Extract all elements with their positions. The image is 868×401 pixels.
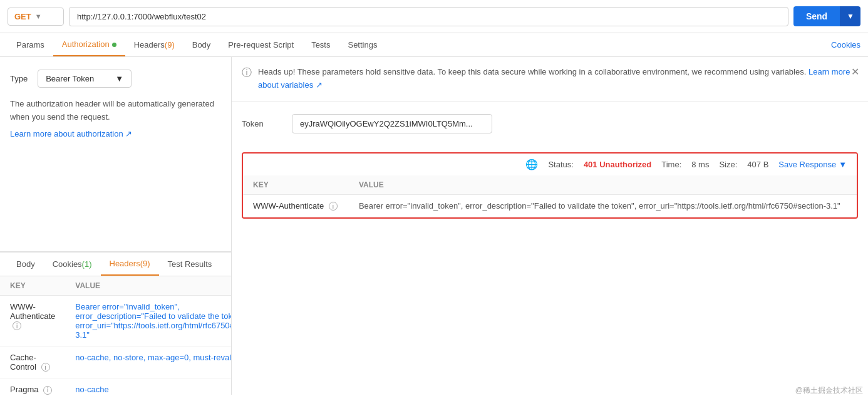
resp-header-value-www: Bearer error="invalid_token", error_desc…	[349, 194, 857, 217]
info-icon-pragma[interactable]: i	[43, 386, 52, 395]
left-panel: Type Bearer Token ▼ The authorization he…	[0, 57, 232, 395]
resp-col-key: KEY	[243, 175, 349, 195]
response-tab-cookies[interactable]: Cookies(1)	[44, 253, 101, 275]
response-highlight-box: 🌐 Status: 401 Unauthorized Time: 8 ms Si…	[242, 152, 858, 219]
response-status-bar: 🌐 Status: 401 Unauthorized Time: 8 ms Si…	[243, 154, 857, 175]
right-panel: ⓘ Heads up! These parameters hold sensit…	[232, 57, 868, 395]
watermark: @稀土掘金技术社区	[795, 385, 863, 396]
token-row: Token	[242, 114, 858, 133]
response-tab-body[interactable]: Body	[8, 253, 44, 275]
type-row: Type Bearer Token ▼	[10, 70, 221, 88]
auth-description: The authorization header will be automat…	[10, 98, 221, 124]
token-label: Token	[242, 119, 279, 128]
info-icon-www[interactable]: i	[13, 321, 21, 330]
send-dropdown-button[interactable]: ▼	[840, 6, 860, 26]
info-banner-icon: ⓘ	[242, 66, 252, 80]
response-tab-headers[interactable]: Headers(9)	[101, 253, 159, 276]
tab-prerequest[interactable]: Pre-request Script	[219, 34, 302, 56]
headers-table: KEY VALUE WWW-Authenticate i Bearer erro…	[0, 276, 232, 395]
response-tabs: Body Cookies(1) Headers(9) Test Results	[0, 252, 231, 276]
type-select-chevron: ▼	[115, 74, 123, 83]
save-response-chevron: ▼	[839, 160, 847, 169]
header-key-cache: Cache-Control i	[0, 346, 65, 378]
send-button[interactable]: Send	[793, 6, 840, 26]
resp-info-icon-www[interactable]: i	[329, 202, 338, 211]
header-value-pragma: no-cache	[65, 378, 232, 395]
resp-col-value: VALUE	[349, 175, 857, 195]
resp-header-key-www: WWW-Authenticate i	[243, 194, 349, 217]
header-value-cache: no-cache, no-store, max-age=0, must-reva…	[65, 346, 232, 378]
tab-body[interactable]: Body	[183, 34, 220, 56]
header-value-www: Bearer error="invalid_token", error_desc…	[65, 295, 232, 346]
col-key: KEY	[0, 276, 65, 296]
response-tab-test-results[interactable]: Test Results	[159, 253, 221, 275]
table-row: WWW-Authenticate i Bearer error="invalid…	[243, 194, 857, 217]
tab-settings[interactable]: Settings	[339, 34, 386, 56]
cookies-link[interactable]: Cookies	[831, 34, 860, 56]
status-value: 401 Unauthorized	[584, 160, 651, 169]
token-input[interactable]	[292, 114, 492, 133]
info-banner: ⓘ Heads up! These parameters hold sensit…	[232, 57, 868, 102]
send-button-group: Send ▼	[793, 6, 860, 26]
type-label: Type	[10, 74, 28, 83]
response-headers-table: KEY VALUE WWW-Authenticate i Bearer erro…	[243, 175, 857, 218]
tab-authorization[interactable]: Authorization	[53, 33, 125, 56]
table-row: Cache-Control i no-cache, no-store, max-…	[0, 346, 232, 378]
type-select[interactable]: Bearer Token ▼	[38, 70, 132, 88]
tab-tests[interactable]: Tests	[302, 34, 339, 56]
info-icon-cache[interactable]: i	[41, 363, 50, 372]
col-value: VALUE	[65, 276, 232, 296]
split-layout: Type Bearer Token ▼ The authorization he…	[0, 57, 868, 395]
info-banner-close-icon[interactable]: ✕	[851, 66, 859, 78]
header-key-pragma: Pragma i	[0, 378, 65, 395]
url-bar: GET ▼ Send ▼	[0, 0, 868, 33]
globe-icon: 🌐	[525, 159, 538, 170]
table-row: WWW-Authenticate i Bearer error="invalid…	[0, 295, 232, 346]
header-key-www: WWW-Authenticate i	[0, 295, 65, 346]
tab-headers[interactable]: Headers(9)	[125, 34, 183, 56]
method-value: GET	[14, 12, 31, 21]
tab-params[interactable]: Params	[8, 34, 53, 56]
method-chevron-icon: ▼	[35, 13, 42, 20]
request-tabs: Params Authorization Headers(9) Body Pre…	[0, 33, 868, 57]
type-select-value: Bearer Token	[46, 74, 94, 83]
authorization-dot	[112, 43, 116, 47]
info-banner-text: Heads up! These parameters hold sensitiv…	[258, 66, 858, 92]
save-response-button[interactable]: Save Response ▼	[778, 160, 847, 169]
table-row: Pragma i no-cache	[0, 378, 232, 395]
learn-more-auth-link[interactable]: Learn more about authorization ↗	[10, 129, 132, 138]
token-section: Token	[232, 102, 868, 146]
method-select[interactable]: GET ▼	[8, 8, 64, 26]
url-input[interactable]	[69, 7, 788, 26]
